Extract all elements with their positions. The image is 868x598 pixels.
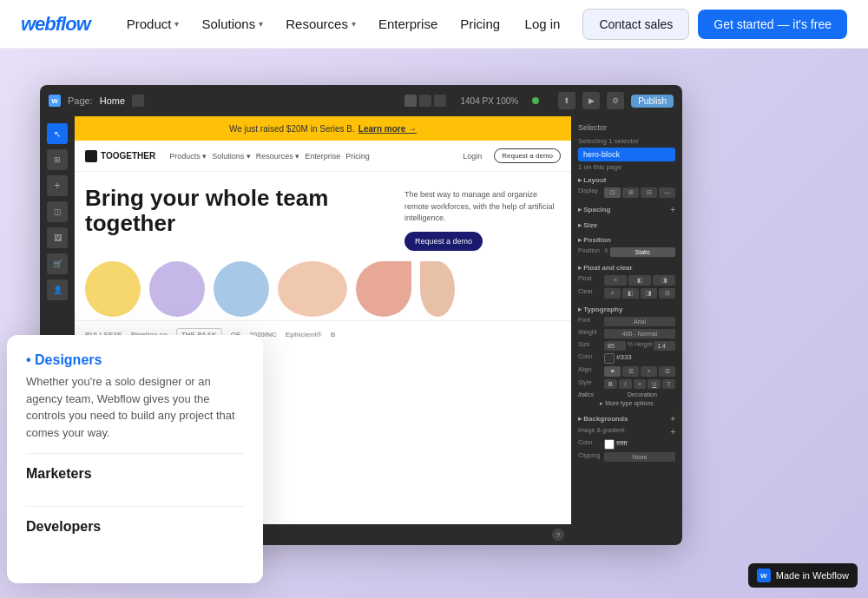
assets-icon[interactable]: 🖼 bbox=[47, 227, 68, 248]
breadcrumb-question-icon[interactable]: ? bbox=[552, 529, 564, 541]
underline-btn[interactable]: U bbox=[648, 379, 661, 389]
bold-btn[interactable]: B bbox=[604, 379, 617, 389]
editor-settings-icon[interactable]: ⚙ bbox=[607, 92, 624, 109]
bg-color-preview[interactable] bbox=[604, 439, 615, 450]
pages-icon[interactable]: ⊞ bbox=[47, 149, 68, 170]
font-size-input[interactable]: 85 bbox=[604, 341, 626, 351]
align-center-btn[interactable]: ☰ bbox=[622, 366, 639, 377]
nav-right: Log in Contact sales Get started — it's … bbox=[511, 9, 847, 40]
nav-link-product[interactable]: Product ▾ bbox=[118, 11, 188, 36]
site-logo-icon bbox=[85, 150, 97, 162]
float-left-btn[interactable]: ◧ bbox=[628, 275, 651, 286]
main-area: W Page: Home 1404 PX 100% ⬆ ▶ ⚙ Publish … bbox=[0, 49, 868, 598]
site-hero: Bring your whole team together The best … bbox=[75, 172, 571, 258]
site-topbar-link[interactable]: Learn more → bbox=[358, 124, 417, 134]
add-icon[interactable]: + bbox=[47, 175, 68, 196]
bg-image-add-icon[interactable]: + bbox=[670, 427, 675, 437]
editor-px-display: 1404 PX 100% bbox=[460, 96, 518, 106]
weight-selector[interactable]: 400 - Normal bbox=[604, 329, 675, 338]
display-flex-btn[interactable]: ⊞ bbox=[622, 187, 639, 198]
decoration-label: Decoration bbox=[628, 391, 675, 398]
align-justify-btn[interactable]: ☰ bbox=[659, 366, 675, 377]
chevron-down-icon: ▾ bbox=[174, 19, 179, 29]
nav-link-enterprise[interactable]: Enterprise bbox=[370, 11, 446, 36]
more-type-options-btn[interactable]: ▸ More type options bbox=[578, 400, 675, 407]
nav-link-pricing[interactable]: Pricing bbox=[451, 11, 509, 36]
typography-label: ▸ Typography bbox=[578, 306, 622, 313]
layout-section: ▸ Layout Display □ ⊞ ⊟ — bbox=[578, 176, 675, 198]
editor-preview-icon[interactable]: ▶ bbox=[582, 92, 600, 109]
dropdown-item-developers[interactable]: Developers bbox=[26, 512, 244, 547]
display-block-btn[interactable]: □ bbox=[604, 187, 621, 198]
dropdown-item-marketers[interactable]: Marketers bbox=[26, 459, 244, 494]
site-topbar: We just raised $20M in Series B. Learn m… bbox=[75, 116, 571, 141]
align-left-btn[interactable]: ≡ bbox=[604, 366, 621, 377]
nav-link-resources[interactable]: Resources ▾ bbox=[277, 11, 365, 36]
backgrounds-plus-icon[interactable]: + bbox=[670, 414, 675, 424]
circle-lavender bbox=[149, 261, 205, 317]
clipping-selector[interactable]: None bbox=[604, 452, 675, 462]
float-section: ▸ Float and clear Float × ◧ ◨ Clear × ◧ … bbox=[578, 264, 675, 299]
position-static-btn[interactable]: Static bbox=[610, 247, 675, 257]
clear-left-btn[interactable]: ◧ bbox=[622, 288, 639, 299]
circle-salmon bbox=[356, 261, 411, 317]
publish-button[interactable]: Publish bbox=[631, 95, 674, 108]
brand-b: B bbox=[331, 331, 336, 338]
get-started-button[interactable]: Get started — it's free bbox=[698, 10, 847, 39]
contact-sales-button[interactable]: Contact sales bbox=[582, 9, 689, 40]
display-grid-btn[interactable]: ⊟ bbox=[641, 187, 657, 198]
editor-sidebar-right: Selector Selecting 1 selector hero-block… bbox=[571, 116, 682, 545]
more-style-btn[interactable]: T bbox=[662, 379, 675, 389]
cms-icon[interactable]: ◫ bbox=[47, 201, 68, 222]
login-button[interactable]: Log in bbox=[511, 10, 575, 38]
chevron-down-icon: ▾ bbox=[259, 19, 263, 29]
circle-peach bbox=[278, 261, 347, 317]
editor-share-icon[interactable]: ⬆ bbox=[558, 92, 575, 109]
selector-hint: Selecting 1 selector bbox=[578, 137, 675, 145]
ecomm-icon[interactable]: 🛒 bbox=[47, 253, 68, 274]
spacing-plus-icon[interactable]: + bbox=[670, 205, 675, 214]
site-hero-left: Bring your whole team together bbox=[85, 186, 396, 251]
dropdown-item-designers[interactable]: Designers Whether you're a solo designer… bbox=[26, 352, 244, 441]
editor-refresh-icon[interactable] bbox=[132, 95, 144, 107]
selector-active[interactable]: hero-block bbox=[578, 148, 675, 161]
desktop-icon[interactable] bbox=[404, 95, 417, 107]
editor-device-icons bbox=[404, 95, 446, 107]
float-none-btn[interactable]: × bbox=[604, 275, 627, 286]
size-section: ▸ Size bbox=[578, 221, 675, 229]
mobile-icon[interactable] bbox=[434, 95, 446, 107]
cursor-tool-icon[interactable]: ↖ bbox=[47, 123, 68, 144]
site-hero-title: Bring your whole team together bbox=[85, 186, 396, 235]
font-selector[interactable]: Arial bbox=[604, 317, 675, 326]
bg-color-value: ffffff bbox=[616, 439, 628, 450]
site-nav-products: Products ▾ bbox=[169, 152, 207, 161]
line-height-input[interactable]: 1.4 bbox=[654, 341, 675, 351]
site-nav-links: Products ▾ Solutions ▾ Resources ▾ Enter… bbox=[169, 152, 370, 161]
display-none-btn[interactable]: — bbox=[659, 187, 675, 198]
site-logo: TOOGETHER bbox=[85, 150, 155, 162]
nav-links: Product ▾ Solutions ▾ Resources ▾ Enterp… bbox=[118, 11, 511, 36]
float-right-btn[interactable]: ◨ bbox=[653, 275, 675, 286]
clear-both-btn[interactable]: ⊟ bbox=[659, 288, 675, 299]
dropdown-divider2 bbox=[26, 506, 244, 507]
align-right-btn[interactable]: × bbox=[641, 366, 657, 377]
site-hero-desc: The best way to manage and organize remo… bbox=[404, 189, 561, 225]
layout-label: ▸ Layout bbox=[578, 176, 606, 184]
navbar: webflow Product ▾ Solutions ▾ Resources … bbox=[0, 0, 868, 49]
spacing-label: ▸ Spacing bbox=[578, 206, 610, 214]
display-label: Display bbox=[578, 187, 602, 198]
made-badge-label: Made in Webflow bbox=[776, 570, 849, 581]
nav-link-solutions[interactable]: Solutions ▾ bbox=[193, 11, 272, 36]
clear-right-btn[interactable]: ◨ bbox=[641, 288, 657, 299]
strikethrough-btn[interactable]: × bbox=[634, 379, 647, 389]
backgrounds-label: ▸ Backgrounds bbox=[578, 415, 628, 423]
clear-none-btn[interactable]: × bbox=[604, 288, 621, 299]
account-icon[interactable]: 👤 bbox=[47, 279, 68, 300]
font-color-preview[interactable] bbox=[604, 353, 615, 364]
italic-btn[interactable]: I bbox=[619, 379, 632, 389]
tablet-icon[interactable] bbox=[419, 95, 431, 107]
site-circles bbox=[75, 261, 571, 317]
backgrounds-section: ▸ Backgrounds + Image & gradient: + Colo… bbox=[578, 414, 675, 462]
float-label: ▸ Float and clear bbox=[578, 264, 633, 272]
editor-page-name: Home bbox=[100, 95, 125, 106]
